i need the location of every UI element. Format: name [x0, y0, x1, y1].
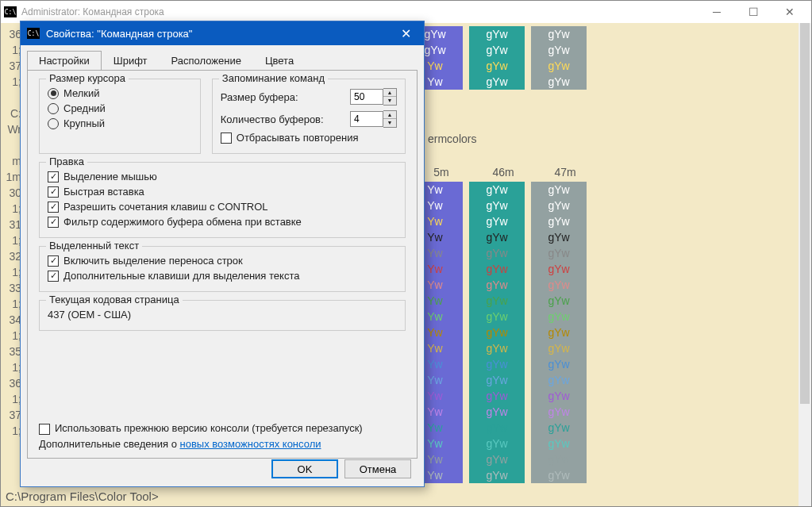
radio-icon[interactable] — [48, 88, 59, 99]
dialog-close-button[interactable]: ✕ — [394, 21, 418, 45]
scrollbar[interactable] — [799, 23, 811, 506]
color-swatch: gYw — [469, 42, 525, 58]
color-swatch: gYw — [531, 372, 587, 388]
console-title: Administrator: Командная строка — [21, 6, 698, 17]
cmd-icon: C:\ — [27, 28, 40, 39]
color-swatch: gYw — [531, 451, 587, 467]
color-swatch: gYw — [469, 309, 525, 325]
edit-option-row-3[interactable]: Фильтр содержимого буфера обмена при вст… — [48, 214, 397, 229]
color-swatch: gYw — [531, 467, 587, 483]
color-swatch: gYw — [531, 293, 587, 309]
command-history-group: Запоминание команд Размер буфера: ▲▼ Кол… — [212, 79, 406, 154]
color-swatch: gYw — [469, 467, 525, 483]
seltext-option-row-1[interactable]: Дополнительные клавиши для выделения тек… — [48, 268, 397, 283]
color-swatch: gYw — [531, 74, 587, 90]
buffer-size-label: Размер буфера: — [221, 91, 298, 103]
ok-button[interactable]: OK — [271, 459, 338, 478]
prompt: C:\Program Files\Color Tool> — [6, 490, 159, 503]
color-swatch: gYw — [531, 356, 587, 372]
color-swatch: gYw — [531, 325, 587, 340]
color-swatch: gYw — [469, 293, 525, 309]
console-text: ermcolors — [428, 133, 476, 145]
edit-option-row-0[interactable]: Выделение мышью — [48, 169, 397, 184]
more-info-prefix: Дополнительные сведения о — [39, 438, 179, 450]
radio-large[interactable]: Крупный — [48, 116, 192, 131]
num-buffers-input[interactable] — [350, 111, 383, 127]
checkbox-icon[interactable] — [39, 424, 50, 435]
color-swatch: gYw — [469, 58, 525, 74]
scrollbar-thumb[interactable] — [800, 23, 810, 404]
seltext-option-row-0[interactable]: Включить выделение переноса строк — [48, 253, 397, 268]
color-swatch: gYw — [469, 325, 525, 340]
color-swatch: gYw — [469, 340, 525, 356]
color-swatch: gYw — [469, 436, 525, 451]
buffer-size-input[interactable] — [350, 89, 383, 105]
group-legend: Правка — [46, 156, 87, 167]
color-swatch: gYw — [469, 26, 525, 42]
maximize-button[interactable]: ☐ — [735, 1, 772, 23]
dialog-title: Свойства: "Командная строка" — [46, 28, 394, 40]
codepage-value: 437 (OEM - США) — [48, 307, 397, 322]
tab-strip: Настройки Шрифт Расположение Цвета — [21, 45, 424, 70]
radio-icon[interactable] — [48, 103, 59, 114]
checkbox-icon[interactable] — [48, 171, 59, 182]
group-legend: Выделенный текст — [46, 240, 142, 252]
color-swatch: gYw — [531, 58, 587, 74]
spinner-up-icon[interactable]: ▲ — [383, 89, 396, 97]
color-swatch: gYw — [531, 213, 587, 229]
checkbox-icon[interactable] — [48, 255, 59, 267]
color-swatch: gYw — [469, 245, 525, 261]
tab-colors[interactable]: Цвета — [253, 51, 306, 71]
color-swatch: gYw — [531, 182, 587, 198]
codepage-group: Текущая кодовая страница 437 (OEM - США) — [39, 300, 406, 331]
color-swatch: gYw — [531, 198, 587, 213]
new-features-link[interactable]: новых возможностях консоли — [179, 438, 321, 450]
cancel-button[interactable]: Отмена — [344, 459, 411, 478]
color-swatch: gYw — [531, 404, 587, 420]
color-swatch: gYw — [469, 198, 525, 213]
radio-medium[interactable]: Средний — [48, 101, 192, 116]
color-swatch: gYw — [531, 261, 587, 277]
color-swatch: gYw — [531, 229, 587, 245]
close-button[interactable]: ✕ — [772, 1, 808, 23]
color-swatch: gYw — [469, 182, 525, 198]
color-swatch: gYw — [531, 420, 587, 436]
column-header: 46m — [472, 166, 534, 179]
dialog-titlebar: C:\ Свойства: "Командная строка" ✕ — [21, 21, 424, 45]
spinner-up-icon[interactable]: ▲ — [383, 111, 396, 119]
color-swatch: gYw — [531, 340, 587, 356]
radio-icon[interactable] — [48, 118, 59, 129]
spinner-down-icon[interactable]: ▼ — [383, 97, 396, 105]
color-swatch: gYw — [469, 420, 525, 436]
radio-small[interactable]: Мелкий — [48, 86, 192, 101]
color-swatch: gYw — [469, 451, 525, 467]
cmd-icon: C:\ — [4, 6, 17, 17]
column-header: 47m — [534, 166, 596, 179]
checkbox-icon[interactable] — [48, 202, 59, 213]
checkbox-icon[interactable] — [48, 186, 59, 198]
spinner-down-icon[interactable]: ▼ — [383, 119, 396, 127]
tab-font[interactable]: Шрифт — [102, 51, 160, 71]
color-swatch: gYw — [531, 245, 587, 261]
color-swatch: gYw — [469, 388, 525, 404]
group-legend: Запоминание команд — [219, 72, 328, 84]
discard-duplicates-checkbox-row[interactable]: Отбрасывать повторения — [221, 130, 397, 145]
checkbox-icon[interactable] — [48, 217, 59, 228]
edit-option-row-1[interactable]: Быстрая вставка — [48, 184, 397, 199]
group-legend: Размер курсора — [46, 72, 129, 84]
buffer-size-spinner[interactable]: ▲▼ — [350, 88, 397, 106]
checkbox-icon[interactable] — [48, 271, 59, 282]
legacy-console-checkbox-row[interactable]: Использовать прежнюю версию консоли (тре… — [39, 421, 406, 436]
color-swatch: gYw — [531, 42, 587, 58]
console-titlebar: C:\ Administrator: Командная строка ─ ☐ … — [1, 1, 811, 23]
color-swatch: gYw — [531, 309, 587, 325]
tab-layout[interactable]: Расположение — [160, 51, 253, 71]
color-swatch: gYw — [469, 356, 525, 372]
tab-settings[interactable]: Настройки — [27, 51, 102, 71]
minimize-button[interactable]: ─ — [698, 1, 735, 23]
edit-option-row-2[interactable]: Разрешить сочетания клавиш с CONTROL — [48, 199, 397, 214]
checkbox-icon[interactable] — [221, 133, 232, 144]
color-swatch: gYw — [469, 229, 525, 245]
num-buffers-spinner[interactable]: ▲▼ — [350, 110, 397, 128]
group-legend: Текущая кодовая страница — [46, 294, 183, 305]
